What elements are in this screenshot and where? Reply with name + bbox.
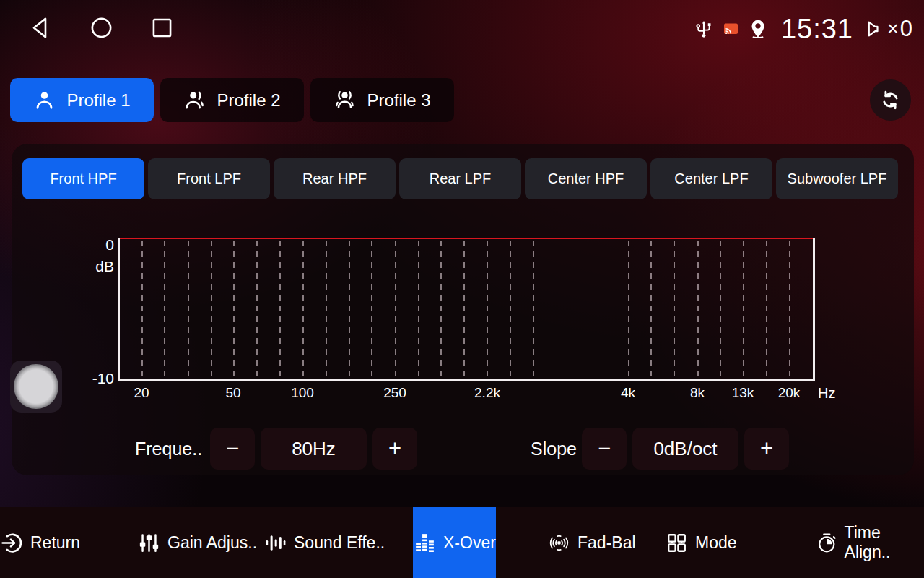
profile-tab-profile-1[interactable]: Profile 1	[10, 78, 154, 122]
gain-sliders-icon	[137, 531, 161, 555]
nav-item-label: Mode	[695, 533, 737, 553]
filter-tab-label: Center HPF	[548, 171, 624, 187]
profile-tab-label: Profile 2	[217, 90, 280, 111]
filter-tab-label: Subwoofer LPF	[788, 171, 887, 187]
nav-item-label: Return	[30, 533, 80, 553]
back-icon[interactable]	[27, 14, 54, 41]
cast-icon	[721, 20, 741, 38]
nav-item-x-over[interactable]: X-Over	[413, 507, 496, 578]
nav-item-return[interactable]: Return	[0, 507, 80, 578]
equalizer-icon	[413, 531, 437, 555]
volume-level: 0	[900, 16, 912, 42]
nav-item-gain-adjus[interactable]: Gain Adjus..	[137, 507, 257, 578]
frequency-label: Freque..	[135, 428, 202, 470]
frequency-value: 80Hz	[261, 428, 367, 470]
volume-knob-widget[interactable]	[10, 361, 62, 413]
filter-tab-front-hpf[interactable]: Front HPF	[22, 158, 144, 199]
stopwatch-icon	[816, 531, 838, 555]
status-icons: 15:31 × 0	[693, 0, 912, 58]
profile-tab-profile-3[interactable]: Profile 3	[310, 78, 454, 122]
frequency-plus-button[interactable]: +	[372, 428, 417, 470]
profile-tab-profile-2[interactable]: Profile 2	[160, 78, 304, 122]
slope-minus-button[interactable]: −	[582, 428, 627, 470]
profile-tabs: Profile 1 Profile 2 Profile 3	[10, 78, 454, 122]
status-bar: 15:31 × 0	[0, 0, 924, 58]
sound-bars-icon	[263, 531, 287, 555]
profile-tab-label: Profile 3	[367, 90, 430, 111]
person-voice-both-icon	[334, 89, 356, 111]
filter-tab-label: Center LPF	[674, 171, 748, 187]
clock: 15:31	[781, 14, 853, 45]
speaker-mute-icon	[864, 18, 886, 40]
filter-tab-front-lpf[interactable]: Front LPF	[148, 158, 270, 199]
slope-plus-button[interactable]: +	[744, 428, 789, 470]
nav-item-label: X-Over	[443, 533, 496, 553]
return-arrow-icon	[0, 531, 24, 555]
knob-circle[interactable]	[14, 364, 58, 409]
filter-tab-rear-lpf[interactable]: Rear LPF	[399, 158, 521, 199]
filter-tab-subwoofer-lpf[interactable]: Subwoofer LPF	[776, 158, 898, 199]
nav-item-fad-bal[interactable]: Fad-Bal	[547, 507, 636, 578]
filter-tab-center-hpf[interactable]: Center HPF	[525, 158, 647, 199]
filter-tab-center-lpf[interactable]: Center LPF	[650, 158, 772, 199]
nav-item-mode[interactable]: Mode	[665, 507, 737, 578]
bottom-nav: Gain Adjus.. Sound Effe.. X-Over Fad-Bal…	[0, 507, 924, 578]
nav-item-label: Sound Effe..	[294, 533, 385, 553]
slope-label: Slope	[531, 428, 577, 470]
filter-tab-label: Front HPF	[50, 171, 116, 187]
mode-grid-icon	[665, 531, 689, 555]
nav-item-time-align[interactable]: Time Align..	[816, 507, 924, 578]
refresh-button[interactable]	[870, 79, 911, 121]
refresh-icon	[879, 89, 902, 111]
nav-item-label: Fad-Bal	[578, 533, 636, 553]
filter-tabs: Front HPF Front LPF Rear HPF Rear LPF Ce…	[22, 158, 898, 199]
slope-value: 0dB/oct	[632, 428, 738, 470]
recents-icon[interactable]	[149, 14, 175, 41]
nav-item-sound-effe[interactable]: Sound Effe..	[263, 507, 396, 578]
profile-tab-label: Profile 1	[66, 90, 130, 111]
usb-icon	[693, 18, 715, 40]
filter-tab-rear-hpf[interactable]: Rear HPF	[274, 158, 396, 199]
nav-item-label: Time Align..	[845, 523, 924, 562]
fader-balance-icon	[547, 531, 571, 555]
frequency-minus-button[interactable]: −	[210, 428, 255, 470]
filter-tab-label: Front LPF	[177, 171, 241, 187]
filter-tab-label: Rear LPF	[430, 171, 492, 187]
location-icon	[747, 18, 769, 40]
filter-tab-label: Rear HPF	[302, 171, 367, 187]
mute-mark: ×	[887, 18, 899, 40]
person-voice-right-icon	[183, 89, 206, 111]
person-icon	[33, 89, 56, 111]
nav-item-label: Gain Adjus..	[167, 533, 257, 553]
home-icon[interactable]	[88, 14, 115, 41]
